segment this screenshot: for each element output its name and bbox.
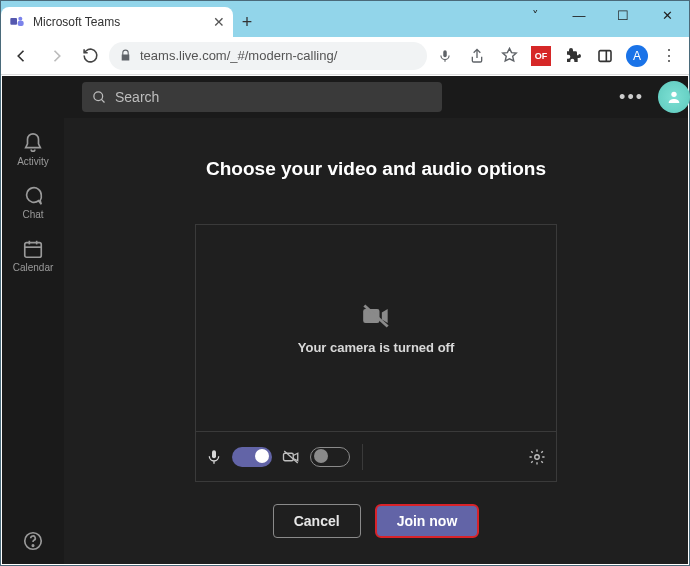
join-now-button[interactable]: Join now (375, 504, 480, 538)
rail-activity-label: Activity (17, 156, 49, 167)
camera-icon (282, 448, 300, 466)
rail-help[interactable] (22, 530, 44, 552)
svg-rect-4 (599, 50, 611, 61)
svg-point-8 (671, 92, 676, 97)
svg-rect-2 (18, 21, 24, 26)
share-icon[interactable] (463, 42, 491, 70)
bell-icon (22, 132, 44, 154)
svg-rect-9 (25, 243, 42, 258)
window-titlebar: Microsoft Teams ✕ + ˅ ― ☐ ✕ (1, 1, 689, 37)
video-preview: Your camera is turned off (196, 225, 556, 431)
svg-point-6 (94, 91, 103, 100)
mic-icon (206, 449, 222, 465)
more-options-icon[interactable]: ••• (613, 87, 650, 108)
browser-toolbar: teams.live.com/_#/modern-calling/ OF A ⋮ (1, 37, 689, 75)
window-minimize-icon[interactable]: ― (557, 1, 601, 29)
svg-rect-16 (212, 450, 216, 458)
svg-point-1 (18, 17, 22, 21)
chat-icon (22, 185, 44, 207)
rail-chat-label: Chat (22, 209, 43, 220)
video-preview-card: Your camera is turned off (195, 224, 557, 482)
search-placeholder: Search (115, 89, 159, 105)
mic-search-icon[interactable] (431, 42, 459, 70)
prejoin-panel: Choose your video and audio options Your… (64, 118, 688, 564)
address-bar[interactable]: teams.live.com/_#/modern-calling/ (109, 42, 427, 70)
app-rail: Activity Chat Calendar (2, 118, 64, 564)
svg-point-14 (32, 545, 33, 546)
back-button[interactable] (7, 41, 37, 71)
reload-button[interactable] (75, 41, 105, 71)
profile-button[interactable] (658, 81, 690, 113)
bookmark-star-icon[interactable] (495, 42, 523, 70)
tab-title: Microsoft Teams (33, 15, 213, 29)
gear-icon[interactable] (528, 448, 546, 466)
search-icon (92, 90, 107, 105)
window-caret-icon[interactable]: ˅ (513, 1, 557, 29)
window-close-icon[interactable]: ✕ (645, 1, 689, 29)
svg-line-7 (101, 99, 104, 102)
search-input[interactable]: Search (82, 82, 442, 112)
app-header: Search ••• (2, 76, 688, 118)
rail-calendar-label: Calendar (13, 262, 54, 273)
new-tab-button[interactable]: + (233, 8, 261, 36)
prejoin-heading: Choose your video and audio options (206, 158, 546, 180)
extension-of[interactable]: OF (527, 42, 555, 70)
device-controls (196, 431, 556, 481)
svg-rect-3 (443, 50, 447, 57)
rail-chat[interactable]: Chat (22, 185, 44, 220)
help-icon (22, 530, 44, 552)
forward-button[interactable] (41, 41, 71, 71)
browser-tab[interactable]: Microsoft Teams ✕ (1, 7, 233, 37)
camera-off-text: Your camera is turned off (298, 340, 455, 355)
lock-icon (119, 49, 132, 62)
mic-toggle[interactable] (232, 447, 272, 467)
profile-avatar[interactable]: A (623, 42, 651, 70)
camera-toggle[interactable] (310, 447, 350, 467)
extensions-icon[interactable] (559, 42, 587, 70)
calendar-icon (22, 238, 44, 260)
svg-rect-0 (10, 18, 17, 25)
camera-off-icon (362, 302, 390, 330)
window-maximize-icon[interactable]: ☐ (601, 1, 645, 29)
prejoin-actions: Cancel Join now (273, 504, 480, 538)
rail-calendar[interactable]: Calendar (13, 238, 54, 273)
controls-divider (362, 444, 363, 470)
kebab-menu-icon[interactable]: ⋮ (655, 42, 683, 70)
teams-favicon (9, 14, 25, 30)
cancel-button[interactable]: Cancel (273, 504, 361, 538)
svg-point-19 (535, 454, 540, 459)
rail-activity[interactable]: Activity (17, 132, 49, 167)
teams-app: Search ••• Activity Chat Calend (2, 76, 688, 564)
side-panel-icon[interactable] (591, 42, 619, 70)
url-text: teams.live.com/_#/modern-calling/ (140, 48, 337, 63)
close-tab-icon[interactable]: ✕ (213, 14, 225, 30)
